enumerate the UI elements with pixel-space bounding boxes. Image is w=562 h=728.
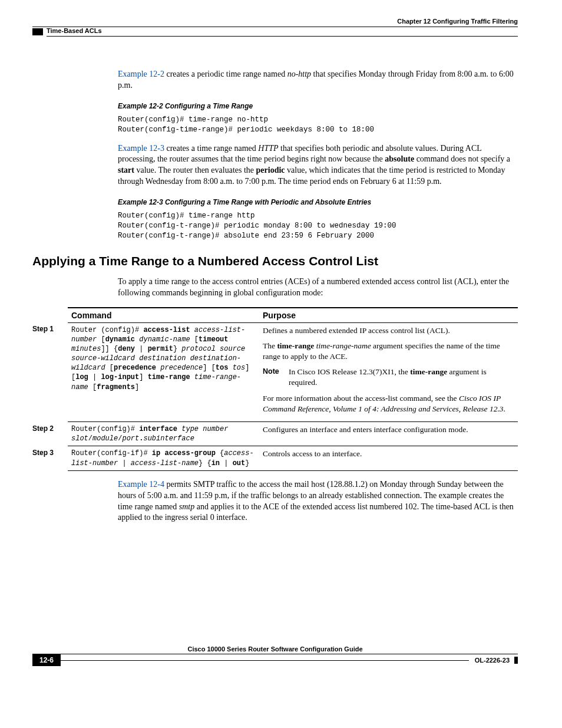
heading-applying-time-range: Applying a Time Range to a Numbered Acce… — [32, 254, 518, 268]
paragraph: Example 12-3 creates a time range named … — [118, 143, 518, 188]
purpose-cell: Configures an interface and enters inter… — [259, 422, 518, 446]
table-header-purpose: Purpose — [259, 308, 518, 323]
purpose-cell: Controls access to an interface. — [259, 446, 518, 470]
command-cell: Router (config)# access-list access-list… — [68, 322, 259, 422]
link-example-12-4[interactable]: Example 12-4 — [118, 480, 164, 489]
paragraph: Example 12-4 permits SMTP traffic to the… — [118, 479, 518, 524]
step-label: Step 2 — [32, 422, 68, 446]
purpose-cell: Defines a numbered extended IP access co… — [259, 322, 518, 422]
command-table: Command Purpose Step 1 Router (config)# … — [32, 307, 518, 471]
table-row: Step 2 Router(config)# interface type nu… — [32, 422, 518, 446]
command-cell: Router(config-if)# ip access-group {acce… — [68, 446, 259, 470]
link-example-12-2[interactable]: Example 12-2 — [118, 70, 164, 78]
link-example-12-3[interactable]: Example 12-3 — [118, 144, 164, 153]
header-decor-block — [32, 28, 43, 35]
code-block: Router(config)# time-range no-http Route… — [118, 115, 518, 135]
page-number: 12-6 — [32, 654, 61, 666]
page-footer: Cisco 10000 Series Router Software Confi… — [32, 645, 518, 666]
paragraph: To apply a time range to the access cont… — [118, 276, 518, 299]
footer-decor-block — [514, 657, 518, 664]
note-label: Note — [263, 367, 289, 388]
doc-id: OL-2226-23 — [469, 657, 510, 664]
step-label: Step 1 — [32, 322, 68, 422]
paragraph: Example 12-2 creates a periodic time ran… — [118, 69, 518, 91]
running-header-section: Time-Based ACLs — [47, 27, 518, 34]
example-title: Example 12-3 Configuring a Time Range wi… — [118, 198, 518, 206]
table-header-command: Command — [68, 308, 259, 323]
footer-guide-title: Cisco 10000 Series Router Software Confi… — [32, 645, 518, 653]
table-row: Step 3 Router(config-if)# ip access-grou… — [32, 446, 518, 470]
code-block: Router(config)# time-range http Router(c… — [118, 211, 518, 241]
table-row: Step 1 Router (config)# access-list acce… — [32, 322, 518, 422]
running-header-chapter: Chapter 12 Configuring Traffic Filtering — [32, 18, 518, 25]
command-cell: Router(config)# interface type number sl… — [68, 422, 259, 446]
example-title: Example 12-2 Configuring a Time Range — [118, 102, 518, 110]
step-label: Step 3 — [32, 446, 68, 470]
